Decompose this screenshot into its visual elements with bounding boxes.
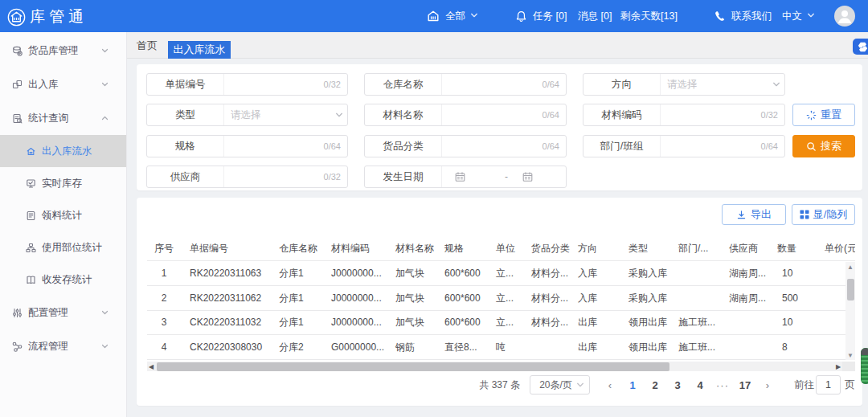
sidebar-item-label: 使用部位统计 xyxy=(42,241,102,255)
table-row[interactable]: 4CK20220308030分库2G0000000...钢筋直径8...吨出库领… xyxy=(147,335,855,360)
column-header-type: 类型 xyxy=(628,242,648,256)
grid-columns-icon xyxy=(800,210,809,219)
sidebar-item-label: 收发存统计 xyxy=(42,273,92,287)
vertical-scrollbar[interactable]: ▲▼ xyxy=(845,262,855,360)
page-number-4[interactable]: 4 xyxy=(690,375,710,395)
sidebar-item-in-out[interactable]: 出入库 xyxy=(0,67,126,101)
page-size-select[interactable]: 20条/页 xyxy=(530,375,590,395)
search-button[interactable]: 搜索 xyxy=(792,135,855,157)
field-label: 类型 xyxy=(147,104,224,125)
tab-inout-flow[interactable]: 出入库流水 xyxy=(168,41,231,59)
sidebar-item-material-stats[interactable]: 领料统计 xyxy=(0,199,126,231)
warehouse-app: 库管通 全部 任务 [0] 消息 [0] 剩余天数[13] 联系我们 中文 货品… xyxy=(0,0,868,417)
cell-warehouse: 分库1 xyxy=(279,266,304,280)
cell-direction: 入库 xyxy=(578,291,597,305)
scroll-right-arrow[interactable]: ▶ xyxy=(834,362,842,371)
goods-icon xyxy=(12,46,23,56)
report-icon xyxy=(26,275,36,285)
chevron-down-icon xyxy=(470,11,478,19)
filter-field-goods-category: 货品分类0/64 xyxy=(364,135,567,157)
cell-supplier: 湖南周... xyxy=(729,266,766,280)
field-label: 货品分类 xyxy=(365,136,442,157)
column-header-seq: 序号 xyxy=(147,242,181,256)
table-header-row: 序号单据编号仓库名称材料编码材料名称规格单位货品分类方向类型部门/...供应商数… xyxy=(147,236,855,261)
cell-warehouse: 分库2 xyxy=(279,341,304,354)
tab-home-label: 首页 xyxy=(137,39,158,53)
field-label: 方向 xyxy=(583,74,661,95)
cell-unit: 立... xyxy=(496,316,514,329)
field-label: 规格 xyxy=(147,136,224,157)
goto-label: 前往 xyxy=(794,378,814,392)
scroll-up-arrow[interactable]: ▲ xyxy=(845,262,855,272)
field-label: 发生日期 xyxy=(365,166,442,187)
page-scrollbar-widget[interactable] xyxy=(861,348,868,384)
cell-material-code: J0000000... xyxy=(331,292,382,304)
chevron-down-icon xyxy=(576,381,584,389)
bell-icon xyxy=(515,10,527,22)
sidebar-item-label: 统计查询 xyxy=(28,112,68,125)
char-counter: 0/32 xyxy=(761,110,778,120)
field-label: 仓库名称 xyxy=(365,74,442,95)
horizontal-scrollbar-thumb[interactable] xyxy=(157,362,669,371)
sidebar-item-receive-send-stats[interactable]: 收发存统计 xyxy=(0,264,126,296)
cell-department: 施工班... xyxy=(678,341,715,354)
filter-field-occur-date[interactable]: 发生日期- xyxy=(364,166,567,188)
sidebar-item-goods-mgmt[interactable]: 货品库管理 xyxy=(0,34,126,67)
logo-icon xyxy=(7,8,26,27)
column-header-spec: 规格 xyxy=(444,242,464,256)
page-number-3[interactable]: 3 xyxy=(668,375,687,395)
table-row[interactable]: 2RK20220311062分库1J0000000...加气块600*600立.… xyxy=(147,286,855,311)
app-logo[interactable]: 库管通 xyxy=(7,6,88,27)
page-number-17[interactable]: 17 xyxy=(735,375,755,395)
user-avatar[interactable] xyxy=(834,0,861,32)
cell-doc-no: RK20220311062 xyxy=(190,292,261,304)
page-number-1[interactable]: 1 xyxy=(623,375,642,395)
filter-field-type[interactable]: 类型请选择 xyxy=(146,104,348,126)
filter-field-direction[interactable]: 方向请选择 xyxy=(583,73,785,96)
field-label: 单据编号 xyxy=(147,74,224,95)
goto-page-input[interactable]: 1 xyxy=(816,375,841,395)
cell-qty: 8 xyxy=(782,341,788,353)
calendar-icon[interactable] xyxy=(455,172,465,182)
process-icon xyxy=(12,341,23,352)
scroll-down-arrow[interactable]: ▼ xyxy=(845,350,855,360)
messages-menu[interactable]: 消息 [0] xyxy=(578,0,612,32)
table-row[interactable]: 3CK20220311032分库1J0000000...加气块600*600立.… xyxy=(147,311,855,336)
table-row[interactable]: 1RK20220311063分库1J0000000...加气块600*600立.… xyxy=(147,261,855,286)
date-range-separator: - xyxy=(505,171,508,182)
reset-button[interactable]: 重置 xyxy=(792,104,855,126)
tab-home[interactable]: 首页 xyxy=(137,32,158,59)
contact-us[interactable]: 联系我们 xyxy=(714,0,772,32)
export-label: 导出 xyxy=(751,207,772,222)
tab-active-label: 出入库流水 xyxy=(174,43,226,57)
column-header-doc-no: 单据编号 xyxy=(190,242,228,256)
tasks-menu[interactable]: 任务 [0] xyxy=(515,0,567,32)
sidebar-item-inout-flow[interactable]: 出入库流水 xyxy=(0,135,126,167)
chevron-down-icon xyxy=(101,47,108,55)
messages-label: 消息 [0] xyxy=(578,10,612,23)
next-page-button[interactable]: › xyxy=(758,375,777,395)
filter-panel: 单据编号0/32 仓库名称0/64 方向请选择 类型请选择 材料名称0/64 材… xyxy=(137,64,862,190)
sidebar-item-config-mgmt[interactable]: 配置管理 xyxy=(0,296,126,329)
horizontal-scrollbar[interactable]: ◀▶ xyxy=(147,362,842,371)
language-selector[interactable]: 中文 xyxy=(782,0,821,32)
scroll-left-arrow[interactable]: ◀ xyxy=(147,362,155,371)
column-header-category: 货品分类 xyxy=(531,242,570,256)
cell-unit: 立... xyxy=(496,266,514,280)
cell-seq: 4 xyxy=(147,341,181,353)
sidebar-item-stats-query[interactable]: 统计查询 xyxy=(0,101,126,135)
show-hide-columns-button[interactable]: 显/隐列 xyxy=(792,204,855,225)
service-badge[interactable] xyxy=(853,39,868,55)
tabbar: 首页 出入库流水 xyxy=(127,32,868,59)
sidebar-item-realtime-stock[interactable]: 实时库存 xyxy=(0,167,126,199)
calendar-icon[interactable] xyxy=(522,172,533,182)
export-button[interactable]: 导出 xyxy=(722,204,786,225)
page-number-2[interactable]: 2 xyxy=(645,375,665,395)
sidebar-item-process-mgmt[interactable]: 流程管理 xyxy=(0,329,126,363)
search-icon xyxy=(806,141,817,152)
prev-page-button[interactable]: ‹ xyxy=(600,375,620,395)
scope-selector[interactable]: 全部 xyxy=(427,0,484,32)
vertical-scrollbar-thumb[interactable] xyxy=(847,279,854,300)
sidebar-item-usage-part-stats[interactable]: 使用部位统计 xyxy=(0,231,126,264)
field-label: 材料名称 xyxy=(365,104,442,125)
